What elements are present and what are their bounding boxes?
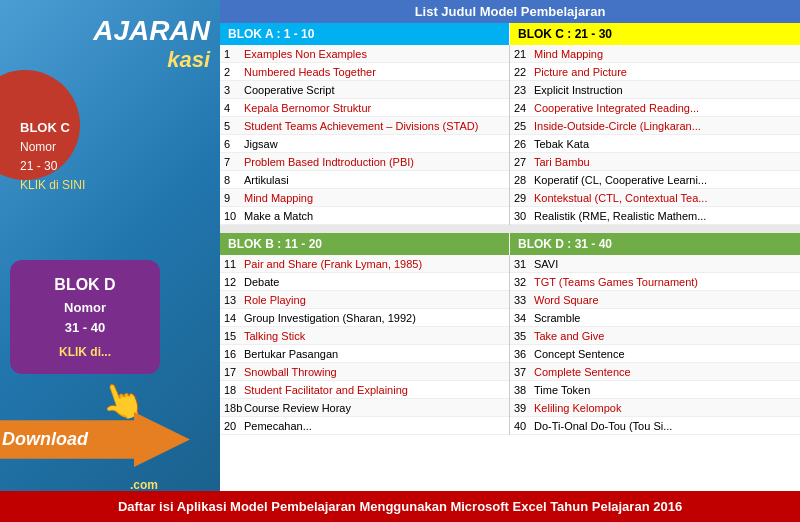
list-item: 39Keliling Kelompok (510, 399, 800, 417)
item-text: Bertukar Pasangan (244, 348, 505, 360)
list-item: 28Koperatif (CL, Cooperative Learni... (510, 171, 800, 189)
item-number: 8 (224, 174, 244, 186)
item-text: Koperatif (CL, Cooperative Learni... (534, 174, 796, 186)
item-number: 28 (514, 174, 534, 186)
item-text: Snowball Throwing (244, 366, 505, 378)
list-item: 29Kontekstual (CTL, Contextual Tea... (510, 189, 800, 207)
item-text: Jigsaw (244, 138, 505, 150)
item-number: 39 (514, 402, 534, 414)
list-item: 4Kepala Bernomor Struktur (220, 99, 509, 117)
blok-d-sub: Nomor (20, 298, 150, 319)
item-number: 33 (514, 294, 534, 306)
blok-b-header: BLOK B : 11 - 20 (220, 233, 510, 255)
item-text: Artikulasi (244, 174, 505, 186)
item-text: Group Investigation (Sharan, 1992) (244, 312, 505, 324)
blok-d-box[interactable]: BLOK D Nomor 31 - 40 KLIK di... (10, 260, 160, 374)
item-number: 16 (224, 348, 244, 360)
item-text: Picture and Picture (534, 66, 796, 78)
item-number: 18b (224, 402, 244, 414)
item-text: Mind Mapping (244, 192, 505, 204)
item-number: 6 (224, 138, 244, 150)
list-title-bar: List Judul Model Pembelajaran (220, 0, 800, 23)
list-item: 7Problem Based Indtroduction (PBI) (220, 153, 509, 171)
download-label: Download (2, 429, 88, 450)
list-item: 34Scramble (510, 309, 800, 327)
blok-c-col: 21Mind Mapping22Picture and Picture23Exp… (510, 45, 800, 225)
list-item: 33Word Square (510, 291, 800, 309)
item-text: Concept Sentence (534, 348, 796, 360)
item-text: Tari Bambu (534, 156, 796, 168)
item-text: Do-Ti-Onal Do-Tou (Tou Si... (534, 420, 796, 432)
item-number: 36 (514, 348, 534, 360)
blok-d-col: 31SAVI32TGT (Teams Games Tournament)33Wo… (510, 255, 800, 435)
item-text: Student Facilitator and Explaining (244, 384, 505, 396)
block-bd-header-row: BLOK B : 11 - 20 BLOK D : 31 - 40 (220, 233, 800, 255)
blok-c-info: Nomor21 - 30 KLIK di SINI (20, 138, 85, 196)
list-item: 31SAVI (510, 255, 800, 273)
blok-d-label: BLOK D (20, 272, 150, 298)
item-text: Tebak Kata (534, 138, 796, 150)
item-number: 29 (514, 192, 534, 204)
sidebar-title1: AJARAN (0, 0, 220, 47)
item-number: 13 (224, 294, 244, 306)
item-number: 5 (224, 120, 244, 132)
item-text: Inside-Outside-Circle (Lingkaran... (534, 120, 796, 132)
item-number: 25 (514, 120, 534, 132)
item-text: Kontekstual (CTL, Contextual Tea... (534, 192, 796, 204)
item-text: Time Token (534, 384, 796, 396)
block-ac-header-row: BLOK A : 1 - 10 BLOK C : 21 - 30 (220, 23, 800, 45)
block-bd-content: 11Pair and Share (Frank Lyman, 1985)12De… (220, 255, 800, 435)
list-item: 18Student Facilitator and Explaining (220, 381, 509, 399)
list-item: 6Jigsaw (220, 135, 509, 153)
item-number: 23 (514, 84, 534, 96)
item-number: 15 (224, 330, 244, 342)
item-number: 7 (224, 156, 244, 168)
item-number: 27 (514, 156, 534, 168)
blok-d-range: 31 - 40 (20, 318, 150, 339)
item-number: 10 (224, 210, 244, 222)
item-number: 12 (224, 276, 244, 288)
item-text: Talking Stick (244, 330, 505, 342)
blok-d-link[interactable]: KLIK di... (20, 343, 150, 362)
download-button[interactable]: Download (0, 412, 190, 467)
item-text: Numbered Heads Together (244, 66, 505, 78)
item-text: Cooperative Script (244, 84, 505, 96)
item-number: 37 (514, 366, 534, 378)
list-item: 23Explicit Instruction (510, 81, 800, 99)
item-text: Cooperative Integrated Reading... (534, 102, 796, 114)
item-text: Scramble (534, 312, 796, 324)
list-item: 11Pair and Share (Frank Lyman, 1985) (220, 255, 509, 273)
list-item: 37Complete Sentence (510, 363, 800, 381)
item-text: SAVI (534, 258, 796, 270)
item-text: Explicit Instruction (534, 84, 796, 96)
list-item: 35Take and Give (510, 327, 800, 345)
item-text: Keliling Kelompok (534, 402, 796, 414)
item-number: 22 (514, 66, 534, 78)
dot-com-label: .com (130, 478, 158, 492)
sidebar: AJARAN kasi BLOK C Nomor21 - 30 KLIK di … (0, 0, 220, 522)
item-number: 40 (514, 420, 534, 432)
list-item: 17Snowball Throwing (220, 363, 509, 381)
item-text: Pemecahan... (244, 420, 505, 432)
item-number: 3 (224, 84, 244, 96)
item-text: Problem Based Indtroduction (PBI) (244, 156, 505, 168)
blok-c-header: BLOK C : 21 - 30 (510, 23, 800, 45)
list-item: 21Mind Mapping (510, 45, 800, 63)
item-text: Realistik (RME, Realistic Mathem... (534, 210, 796, 222)
list-item: 38Time Token (510, 381, 800, 399)
list-item: 26Tebak Kata (510, 135, 800, 153)
item-number: 30 (514, 210, 534, 222)
list-item: 36Concept Sentence (510, 345, 800, 363)
item-text: Student Teams Achievement – Divisions (S… (244, 120, 505, 132)
blok-a-col: 1Examples Non Examples2Numbered Heads To… (220, 45, 510, 225)
blok-d-header: BLOK D : 31 - 40 (510, 233, 800, 255)
list-item: 12Debate (220, 273, 509, 291)
item-number: 17 (224, 366, 244, 378)
list-item: 15Talking Stick (220, 327, 509, 345)
list-item: 5Student Teams Achievement – Divisions (… (220, 117, 509, 135)
blok-c-link[interactable]: KLIK di SINI (20, 178, 85, 192)
list-item: 40Do-Ti-Onal Do-Tou (Tou Si... (510, 417, 800, 435)
list-item: 18bCourse Review Horay (220, 399, 509, 417)
main-content: List Judul Model Pembelajaran BLOK A : 1… (220, 0, 800, 522)
item-number: 11 (224, 258, 244, 270)
